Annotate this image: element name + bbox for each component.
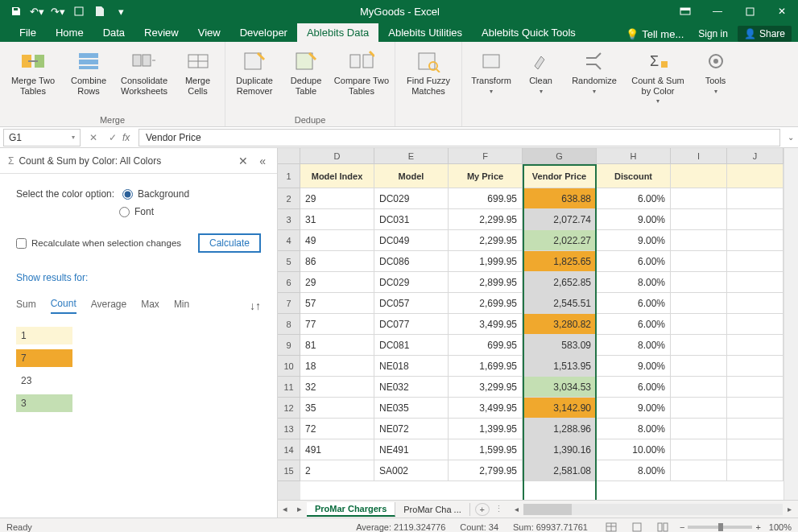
zoom-level[interactable]: 100% bbox=[769, 522, 792, 532]
stat-max[interactable]: Max bbox=[141, 299, 159, 313]
cell[interactable] bbox=[671, 356, 727, 377]
cell[interactable] bbox=[727, 377, 784, 398]
stat-min[interactable]: Min bbox=[174, 299, 189, 313]
compare-two-tables-button[interactable]: Compare Two Tables bbox=[333, 45, 390, 113]
tab-data[interactable]: Data bbox=[93, 23, 134, 42]
view-page-break-icon[interactable] bbox=[654, 522, 672, 532]
header-cell[interactable]: Model bbox=[374, 164, 449, 188]
cell[interactable]: 6.00% bbox=[597, 188, 671, 209]
formula-input[interactable]: Vendor Price bbox=[139, 129, 780, 146]
pane-close-icon[interactable]: ✕ bbox=[235, 155, 251, 167]
tab-review[interactable]: Review bbox=[134, 23, 188, 42]
column-header[interactable]: J bbox=[727, 148, 784, 164]
cell[interactable] bbox=[727, 356, 784, 377]
option-background[interactable]: Background bbox=[122, 188, 189, 200]
cell[interactable] bbox=[727, 164, 784, 188]
maximize-icon[interactable] bbox=[734, 0, 766, 23]
cell[interactable]: 29 bbox=[300, 188, 374, 209]
cell[interactable]: DC081 bbox=[374, 335, 449, 356]
column-header[interactable]: H bbox=[597, 148, 671, 164]
cell[interactable]: 2,299.95 bbox=[449, 230, 523, 251]
cell[interactable] bbox=[727, 398, 784, 419]
zoom-slider[interactable]: − + bbox=[680, 522, 761, 532]
cell[interactable]: 81 bbox=[300, 335, 374, 356]
cell[interactable]: 2,899.95 bbox=[449, 272, 523, 293]
cell[interactable]: DC029 bbox=[374, 272, 449, 293]
cell[interactable]: 2,545.51 bbox=[523, 293, 597, 314]
qat-dropdown-icon[interactable]: ▾ bbox=[111, 2, 130, 21]
merge-two-tables-button[interactable]: Merge Two Tables bbox=[5, 45, 61, 113]
cell[interactable]: 1,390.16 bbox=[523, 439, 597, 460]
cell[interactable] bbox=[671, 460, 727, 481]
fx-icon[interactable]: fx bbox=[122, 132, 139, 143]
zoom-out-icon[interactable]: − bbox=[680, 522, 684, 532]
stat-count[interactable]: Count bbox=[51, 298, 76, 314]
ribbon-options-icon[interactable] bbox=[669, 0, 701, 23]
result-row[interactable]: 1 bbox=[16, 325, 261, 346]
cell[interactable]: DC031 bbox=[374, 209, 449, 230]
vertical-scrollbar[interactable] bbox=[784, 148, 798, 500]
horizontal-scrollbar[interactable]: ◂ ▸ bbox=[508, 504, 798, 515]
find-fuzzy-matches-button[interactable]: Find Fuzzy Matches bbox=[400, 45, 457, 123]
pane-collapse-icon[interactable]: « bbox=[256, 155, 269, 167]
cell[interactable] bbox=[671, 272, 727, 293]
header-cell[interactable]: Vendor Price bbox=[523, 164, 597, 188]
tab-ablebits-quick-tools[interactable]: Ablebits Quick Tools bbox=[472, 23, 585, 42]
result-row[interactable]: 23 bbox=[16, 370, 261, 391]
cell[interactable]: 77 bbox=[300, 314, 374, 335]
row-header[interactable]: 5 bbox=[278, 251, 300, 272]
cell[interactable]: DC049 bbox=[374, 230, 449, 251]
cell[interactable] bbox=[671, 164, 727, 188]
cell[interactable]: 1,999.95 bbox=[449, 251, 523, 272]
cell[interactable]: 1,288.96 bbox=[523, 419, 597, 439]
cell[interactable]: 6.00% bbox=[597, 293, 671, 314]
column-header[interactable]: G bbox=[523, 148, 597, 164]
cell[interactable]: 6.00% bbox=[597, 314, 671, 335]
row-header[interactable]: 1 bbox=[278, 164, 300, 188]
row-header[interactable]: 3 bbox=[278, 209, 300, 230]
tab-home[interactable]: Home bbox=[46, 23, 93, 42]
cell[interactable]: SA002 bbox=[374, 460, 449, 481]
cell[interactable]: 8.00% bbox=[597, 419, 671, 439]
cell[interactable] bbox=[671, 188, 727, 209]
cell[interactable] bbox=[671, 293, 727, 314]
cell[interactable]: 86 bbox=[300, 251, 374, 272]
calculate-button[interactable]: Calculate bbox=[198, 233, 261, 253]
view-page-layout-icon[interactable] bbox=[628, 522, 646, 532]
cell[interactable]: 3,142.90 bbox=[523, 398, 597, 419]
duplicate-remover-button[interactable]: Duplicate Remover bbox=[230, 45, 279, 113]
zoom-in-icon[interactable]: + bbox=[755, 522, 760, 532]
dedupe-table-button[interactable]: Dedupe Table bbox=[282, 45, 330, 113]
option-font[interactable]: Font bbox=[119, 206, 154, 217]
cell[interactable]: 2,581.08 bbox=[523, 460, 597, 481]
cell[interactable] bbox=[727, 419, 784, 439]
cell[interactable]: 2 bbox=[300, 460, 374, 481]
minimize-icon[interactable]: — bbox=[701, 0, 734, 23]
cell[interactable] bbox=[671, 419, 727, 439]
stat-sum[interactable]: Sum bbox=[16, 299, 36, 313]
stat-average[interactable]: Average bbox=[91, 299, 126, 313]
sort-icon[interactable]: ↓↑ bbox=[250, 299, 261, 312]
result-row[interactable]: 7 bbox=[16, 348, 261, 369]
cell[interactable] bbox=[671, 335, 727, 356]
tab-ablebits-utilities[interactable]: Ablebits Utilities bbox=[378, 23, 472, 42]
cell[interactable]: DC077 bbox=[374, 314, 449, 335]
cell[interactable]: 9.00% bbox=[597, 230, 671, 251]
tab-view[interactable]: View bbox=[188, 23, 230, 42]
cell[interactable] bbox=[727, 460, 784, 481]
cell[interactable]: 29 bbox=[300, 272, 374, 293]
cell[interactable]: 8.00% bbox=[597, 335, 671, 356]
cell[interactable]: 35 bbox=[300, 398, 374, 419]
cell[interactable] bbox=[727, 293, 784, 314]
cell[interactable] bbox=[727, 251, 784, 272]
row-header[interactable]: 2 bbox=[278, 188, 300, 209]
touch-icon[interactable] bbox=[69, 2, 89, 21]
cell[interactable]: NE032 bbox=[374, 377, 449, 398]
cell[interactable]: 3,499.95 bbox=[449, 314, 523, 335]
row-header[interactable]: 11 bbox=[278, 377, 300, 398]
cell[interactable]: 2,652.85 bbox=[523, 272, 597, 293]
save-icon[interactable] bbox=[6, 2, 26, 21]
tab-file[interactable]: File bbox=[10, 23, 46, 42]
name-box[interactable]: G1▾ bbox=[3, 129, 81, 146]
cell[interactable]: 1,399.95 bbox=[449, 419, 523, 439]
